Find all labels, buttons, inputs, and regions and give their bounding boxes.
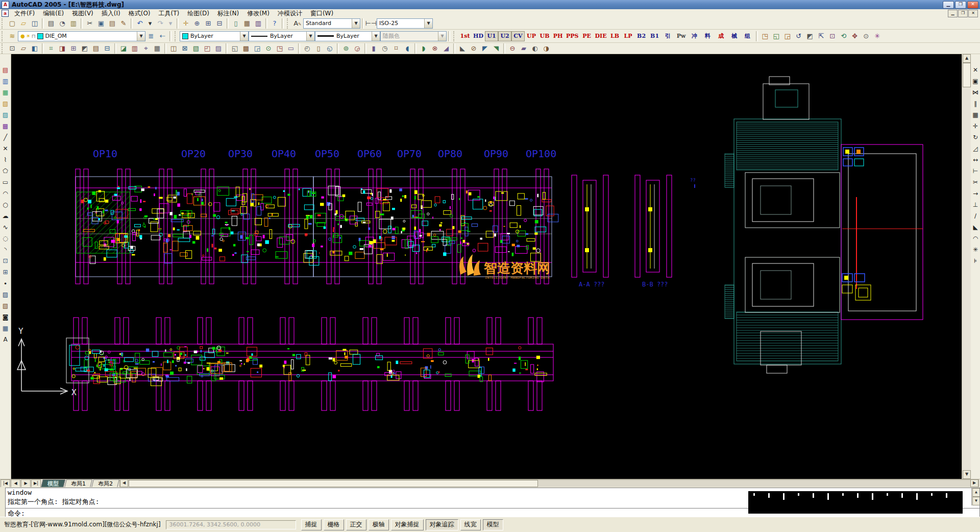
toolbar-icon[interactable]: ◤ bbox=[479, 43, 491, 54]
undo-icon[interactable]: ↶ bbox=[134, 18, 145, 29]
toolbar-icon[interactable]: ⊙ bbox=[263, 43, 274, 54]
polyline-icon[interactable]: ⌇ bbox=[1, 154, 11, 165]
die-tool-icon-1[interactable]: ◳ bbox=[760, 31, 771, 42]
copy-icon[interactable]: ▣ bbox=[95, 18, 107, 29]
die-design-button[interactable]: UP bbox=[525, 31, 538, 41]
layer-properties-icon[interactable]: ≋ bbox=[7, 31, 18, 42]
trim-icon[interactable]: ✂ bbox=[970, 177, 980, 188]
toolbar-icon[interactable]: ⌑ bbox=[390, 43, 402, 54]
table-icon[interactable]: ▦ bbox=[1, 323, 11, 334]
die-design-button[interactable]: LB bbox=[608, 31, 622, 41]
dim-style-combo[interactable]: ISO-25▼ bbox=[377, 18, 433, 29]
drawing-canvas[interactable]: OP10OP20OP30OP40OP50OP60OP70OP80OP90OP10… bbox=[11, 54, 962, 479]
join-icon[interactable]: ⊧ bbox=[970, 255, 980, 267]
menu-item[interactable]: 窗口(W) bbox=[306, 10, 337, 17]
toolbar-icon[interactable]: ◨ bbox=[57, 43, 68, 54]
toolbar-icon[interactable]: ◱ bbox=[229, 43, 240, 54]
die-tool-icon-6[interactable]: ⇱ bbox=[816, 31, 827, 42]
toggle-栅格[interactable]: 栅格 bbox=[324, 519, 344, 530]
toolbar-icon[interactable]: ▭ bbox=[285, 43, 297, 54]
stretch-icon[interactable]: ↔ bbox=[970, 154, 980, 165]
doc-restore-button[interactable]: ❐ bbox=[958, 10, 968, 17]
toolbar-icon[interactable]: ▤ bbox=[90, 43, 102, 54]
close-button[interactable]: ✕ bbox=[967, 1, 978, 9]
toggle-模型[interactable]: 模型 bbox=[483, 519, 503, 530]
toolbar-icon[interactable]: ◴ bbox=[302, 43, 313, 54]
scroll-down-icon[interactable]: ▼ bbox=[963, 470, 971, 479]
die-design-button[interactable]: 引 bbox=[662, 31, 675, 41]
chevron-down-icon[interactable]: ▼ bbox=[306, 32, 314, 41]
die-design-button[interactable]: 料 bbox=[701, 31, 715, 41]
die-design-button[interactable]: Pw bbox=[675, 31, 688, 41]
toolbar-icon[interactable]: ⌖ bbox=[140, 43, 152, 54]
toolbar-icon[interactable]: ◲ bbox=[252, 43, 263, 54]
die-design-button[interactable]: 械 bbox=[728, 31, 741, 41]
revcloud-icon[interactable]: ☁ bbox=[1, 210, 11, 222]
toolbar-icon[interactable]: ◶ bbox=[352, 43, 363, 54]
layout-tab-1[interactable]: 布局1 bbox=[64, 479, 92, 488]
menu-item[interactable]: 工具(T) bbox=[155, 10, 184, 17]
erase-icon[interactable]: ✕ bbox=[970, 64, 980, 76]
die-tool-icon-11[interactable]: ✳ bbox=[872, 31, 883, 42]
linetype-combo[interactable]: ByLayer ▼ bbox=[249, 31, 315, 41]
make-object-layer-current-icon[interactable]: ≣ bbox=[145, 31, 157, 42]
toggle-线宽[interactable]: 线宽 bbox=[460, 519, 481, 530]
lengthen-icon[interactable]: ⊢ bbox=[970, 165, 980, 177]
new-icon[interactable]: ▢ bbox=[7, 18, 18, 29]
prev-tab-icon[interactable]: ◀ bbox=[11, 479, 20, 488]
first-tab-icon[interactable]: |◀ bbox=[1, 479, 10, 488]
die-design-button[interactable]: U2 bbox=[498, 31, 511, 41]
move-icon[interactable]: ✛ bbox=[970, 120, 980, 132]
scroll-up-icon[interactable]: ▲ bbox=[963, 54, 971, 63]
scroll-left-icon[interactable]: ◀ bbox=[120, 479, 128, 487]
menu-item[interactable]: 视图(V) bbox=[68, 10, 97, 17]
break-point-icon[interactable]: ⊥ bbox=[970, 199, 980, 210]
toolbar-icon[interactable]: ◳ bbox=[274, 43, 285, 54]
toolbar-icon[interactable]: ▮ bbox=[368, 43, 379, 54]
menu-item[interactable]: 插入(I) bbox=[97, 10, 125, 17]
toolbar-icon[interactable]: ◧ bbox=[29, 43, 40, 54]
coordinate-display[interactable]: 36001.7264, 3342.5600, 0.0000 bbox=[166, 520, 296, 529]
toolbar-icon[interactable]: ▯ bbox=[313, 43, 324, 54]
toggle-对象追踪[interactable]: 对象追踪 bbox=[426, 519, 458, 530]
menu-item[interactable]: 标注(N) bbox=[213, 10, 243, 17]
menu-item[interactable]: 文件(F) bbox=[10, 10, 39, 17]
arc-icon[interactable]: ◠ bbox=[1, 188, 11, 199]
die-design-button[interactable]: HD bbox=[472, 31, 485, 41]
toolbar-icon[interactable]: ▧ bbox=[190, 43, 202, 54]
toolbar-icon[interactable]: ⊟ bbox=[102, 43, 113, 54]
paste-icon[interactable]: ▤ bbox=[107, 18, 118, 29]
maximize-button[interactable]: ❐ bbox=[955, 1, 966, 9]
menu-item[interactable]: 修改(M) bbox=[243, 10, 274, 17]
die-tool-icon-10[interactable]: ⊙ bbox=[861, 31, 872, 42]
make-block-icon[interactable]: ⊞ bbox=[1, 267, 11, 278]
die-design-button[interactable]: DIE bbox=[594, 31, 608, 41]
redo-dropdown-icon[interactable]: ▾ bbox=[166, 18, 175, 29]
doc-close-button[interactable]: ✕ bbox=[968, 10, 978, 17]
palette-icon-5[interactable]: ▨ bbox=[1, 109, 11, 120]
text-style-combo[interactable]: Standard▼ bbox=[303, 18, 360, 29]
copy-object-icon[interactable]: ▣ bbox=[970, 76, 980, 87]
draworder-icon[interactable]: ⊡ bbox=[7, 43, 18, 54]
toolbar-icon[interactable]: ▩ bbox=[240, 43, 252, 54]
mtext-icon[interactable]: A bbox=[1, 334, 11, 345]
vscroll-thumb[interactable] bbox=[963, 63, 971, 87]
die-design-button[interactable]: CV bbox=[511, 31, 525, 41]
toolbar-icon[interactable]: ⊘ bbox=[468, 43, 479, 54]
zoom-window-icon[interactable]: ⊞ bbox=[203, 18, 214, 29]
open-icon[interactable]: ▱ bbox=[18, 18, 29, 29]
scroll-right-icon[interactable]: ▶ bbox=[970, 479, 978, 487]
menu-item[interactable]: 绘图(D) bbox=[183, 10, 213, 17]
layer-combo[interactable]: ● ☀ ⊓ DIE_OM ▼ bbox=[18, 31, 145, 41]
toolbar-grip[interactable] bbox=[287, 18, 290, 29]
hscroll-thumb[interactable] bbox=[129, 480, 538, 487]
toolbar-icon[interactable]: ◩ bbox=[79, 43, 90, 54]
toolbar-icon[interactable]: ⌗ bbox=[45, 43, 57, 54]
chevron-down-icon[interactable]: ▼ bbox=[137, 32, 145, 41]
scroll-up-icon[interactable]: ▲ bbox=[972, 488, 980, 497]
save-icon[interactable]: ◫ bbox=[29, 18, 40, 29]
insert-block-icon[interactable]: ⊡ bbox=[1, 255, 11, 267]
die-design-button[interactable]: 冲 bbox=[688, 31, 701, 41]
ellipse-icon[interactable]: ◌ bbox=[1, 233, 11, 244]
chamfer-icon[interactable]: ◣ bbox=[970, 222, 980, 233]
